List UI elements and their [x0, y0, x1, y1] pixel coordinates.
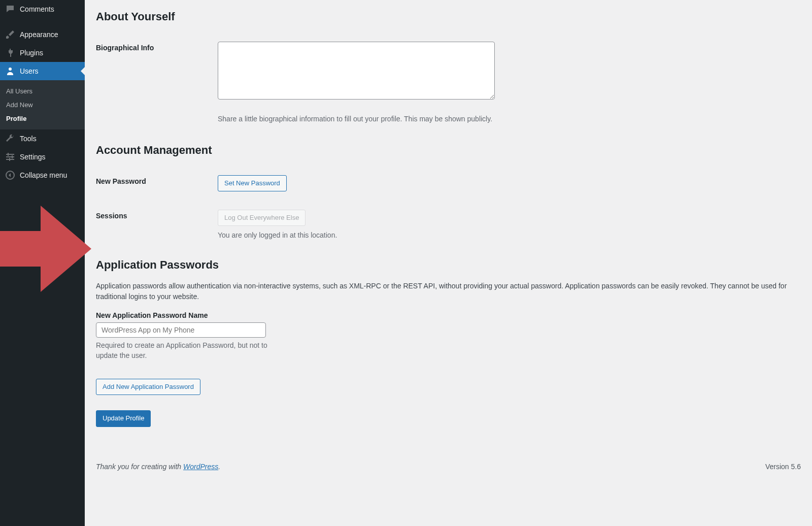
collapse-label: Collapse menu — [20, 171, 67, 179]
new-password-label: New Password — [96, 175, 218, 185]
footer-thank-suffix: . — [218, 463, 220, 471]
submenu-all-users[interactable]: All Users — [0, 84, 85, 98]
comment-icon — [5, 4, 15, 14]
sidebar-item-tools[interactable]: Tools — [0, 129, 85, 148]
sidebar-item-label: Plugins — [20, 49, 43, 57]
submenu-profile[interactable]: Profile — [0, 112, 85, 125]
brush-icon — [5, 29, 15, 40]
svg-rect-6 — [9, 158, 10, 161]
svg-rect-4 — [8, 153, 9, 156]
svg-rect-2 — [6, 156, 14, 157]
svg-rect-1 — [6, 154, 14, 155]
admin-sidebar: Comments Appearance Plugins Users All Us… — [0, 0, 85, 526]
set-new-password-button[interactable]: Set New Password — [218, 175, 287, 191]
plugin-icon — [5, 48, 15, 58]
wrench-icon — [5, 134, 15, 144]
add-application-password-button[interactable]: Add New Application Password — [96, 379, 200, 395]
sidebar-item-label: Settings — [20, 153, 46, 161]
bio-description: Share a little biographical information … — [218, 114, 801, 124]
sidebar-item-label: Users — [20, 67, 39, 75]
new-password-row: New Password Set New Password — [96, 166, 801, 201]
user-icon — [5, 66, 15, 76]
svg-point-0 — [9, 68, 12, 71]
account-heading: Account Management — [96, 144, 801, 157]
sidebar-submenu-users: All Users Add New Profile — [0, 80, 85, 129]
collapse-menu[interactable]: Collapse menu — [0, 166, 85, 184]
submenu-add-new[interactable]: Add New — [0, 98, 85, 112]
collapse-icon — [5, 170, 15, 180]
app-passwords-heading: Application Passwords — [96, 258, 801, 272]
sidebar-item-users[interactable]: Users — [0, 62, 85, 80]
sidebar-item-label: Tools — [20, 135, 37, 143]
sidebar-item-label: Comments — [20, 5, 54, 13]
sidebar-item-plugins[interactable]: Plugins — [0, 44, 85, 62]
logout-everywhere-button: Log Out Everywhere Else — [218, 210, 306, 226]
app-password-name-help: Required to create an Application Passwo… — [96, 341, 268, 360]
app-passwords-description: Application passwords allow authenticati… — [96, 281, 796, 302]
bio-row: Biographical Info Share a little biograp… — [96, 32, 801, 134]
sessions-row: Sessions Log Out Everywhere Else You are… — [96, 201, 801, 248]
about-heading: About Yourself — [96, 10, 801, 23]
sidebar-item-comments[interactable]: Comments — [0, 0, 85, 18]
sliders-icon — [5, 152, 15, 162]
main-content: About Yourself Biographical Info Share a… — [85, 0, 812, 526]
update-profile-button[interactable]: Update Profile — [96, 410, 151, 426]
wordpress-link[interactable]: WordPress — [183, 463, 218, 471]
app-password-name-input[interactable] — [96, 322, 266, 338]
footer-version: Version 5.6 — [765, 463, 801, 471]
footer-thank-prefix: Thank you for creating with — [96, 463, 183, 471]
svg-rect-5 — [12, 155, 13, 158]
sidebar-item-label: Appearance — [20, 30, 58, 39]
bio-label: Biographical Info — [96, 42, 218, 52]
bio-textarea[interactable] — [218, 42, 495, 100]
sidebar-item-appearance[interactable]: Appearance — [0, 25, 85, 44]
sessions-description: You are only logged in at this location. — [218, 231, 801, 239]
footer: Thank you for creating with WordPress. V… — [96, 463, 801, 471]
sidebar-item-settings[interactable]: Settings — [0, 148, 85, 166]
app-password-name-label: New Application Password Name — [96, 311, 801, 319]
sessions-label: Sessions — [96, 210, 218, 220]
